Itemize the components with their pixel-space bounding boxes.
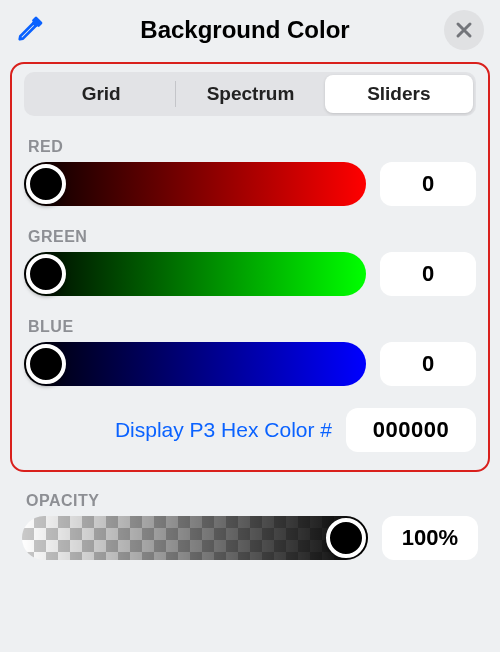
opacity-slider-thumb[interactable] <box>326 518 366 558</box>
blue-label: BLUE <box>28 318 476 336</box>
opacity-slider[interactable] <box>22 516 368 560</box>
hex-row: Display P3 Hex Color # 000000 <box>24 408 476 452</box>
page-title: Background Color <box>140 16 349 44</box>
tab-label: Grid <box>82 83 121 105</box>
tab-grid[interactable]: Grid <box>27 75 175 113</box>
red-slider[interactable] <box>24 162 366 206</box>
red-label: RED <box>28 138 476 156</box>
mode-segmented-control[interactable]: Grid Spectrum Sliders <box>24 72 476 116</box>
green-slider-thumb[interactable] <box>26 254 66 294</box>
tab-spectrum[interactable]: Spectrum <box>176 75 324 113</box>
blue-slider-row: 0 <box>24 342 476 386</box>
blue-slider[interactable] <box>24 342 366 386</box>
tab-sliders[interactable]: Sliders <box>325 75 473 113</box>
green-slider-row: 0 <box>24 252 476 296</box>
opacity-slider-row: 100% <box>22 516 478 560</box>
opacity-label: OPACITY <box>26 492 478 510</box>
blue-slider-thumb[interactable] <box>26 344 66 384</box>
close-icon <box>454 20 474 40</box>
red-slider-row: 0 <box>24 162 476 206</box>
red-value-field[interactable]: 0 <box>380 162 476 206</box>
hex-value-field[interactable]: 000000 <box>346 408 476 452</box>
eyedropper-icon[interactable] <box>16 13 46 47</box>
opacity-value-field[interactable]: 100% <box>382 516 478 560</box>
color-picker-panel: Background Color Grid Spectrum Sliders R… <box>0 0 500 652</box>
green-label: GREEN <box>28 228 476 246</box>
blue-value-field[interactable]: 0 <box>380 342 476 386</box>
green-slider[interactable] <box>24 252 366 296</box>
header: Background Color <box>0 0 500 58</box>
red-slider-thumb[interactable] <box>26 164 66 204</box>
sliders-section-highlight: Grid Spectrum Sliders RED 0 GREEN 0 BLUE <box>10 62 490 472</box>
close-button[interactable] <box>444 10 484 50</box>
hex-color-space-button[interactable]: Display P3 Hex Color # <box>115 418 332 442</box>
opacity-section: OPACITY 100% <box>0 472 500 560</box>
tab-label: Sliders <box>367 83 430 105</box>
tab-label: Spectrum <box>207 83 295 105</box>
green-value-field[interactable]: 0 <box>380 252 476 296</box>
